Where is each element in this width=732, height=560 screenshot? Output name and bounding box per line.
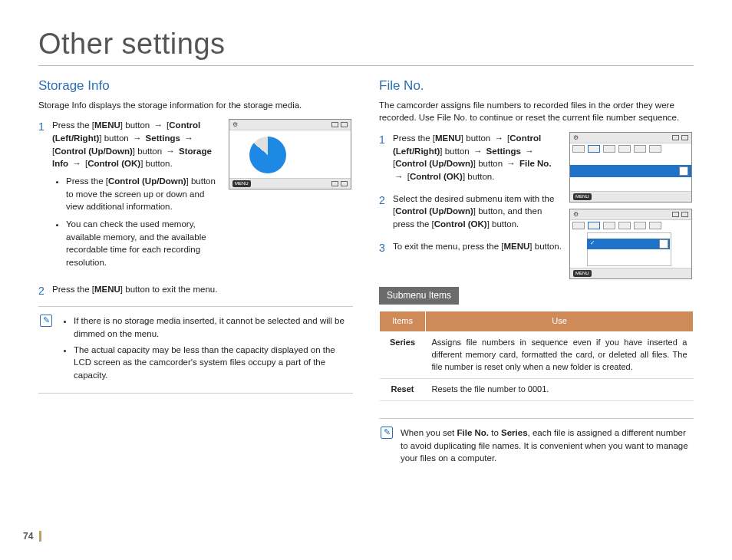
arrow-icon: → bbox=[152, 120, 164, 130]
menu-badge: MENU bbox=[232, 180, 251, 187]
storage-step-2: Press the [MENU] button to exit the menu… bbox=[38, 283, 353, 296]
lcd-screenshot-fileno-1: ⚙ MENU bbox=[569, 132, 692, 203]
fileno-note: ✎ When you set File No. to Series, each … bbox=[379, 418, 694, 469]
page-number: 74 bbox=[23, 531, 41, 542]
section-heading-file-no: File No. bbox=[379, 77, 694, 96]
storage-step-1: Press the [MENU] button → [Control (Left… bbox=[38, 119, 353, 273]
submenu-items-table: Items Use Series Assigns file numbers in… bbox=[379, 311, 694, 401]
fileno-step-3: To exit the menu, press the [MENU] butto… bbox=[379, 240, 562, 253]
left-column: Storage Info Storage Info displays the s… bbox=[38, 77, 353, 469]
lcd-screenshot-storage: ⚙ MENU bbox=[229, 119, 351, 189]
fileno-step-1: Press the [MENU] button → [Control (Left… bbox=[379, 132, 562, 183]
submenu-items-heading: Submenu Items bbox=[379, 287, 459, 305]
col-use: Use bbox=[426, 311, 694, 332]
col-items: Items bbox=[380, 311, 426, 332]
note-icon: ✎ bbox=[381, 427, 393, 439]
note-icon: ✎ bbox=[40, 315, 52, 327]
table-row: Series Assigns file numbers in sequence … bbox=[380, 332, 694, 379]
horizontal-rule bbox=[38, 65, 694, 66]
fileno-intro: The camcorder assigns file numbers to re… bbox=[379, 99, 694, 124]
storage-note: ✎ If there is no storage media inserted,… bbox=[38, 306, 353, 393]
page-title: Other settings bbox=[38, 28, 694, 61]
lcd-screenshot-fileno-2: ⚙ ✓ MENU bbox=[569, 209, 692, 279]
fileno-step-2: Select the desired submenu item with the… bbox=[379, 193, 562, 231]
gear-icon: ⚙ bbox=[232, 120, 238, 130]
table-row: Reset Resets the file number to 0001. bbox=[380, 379, 694, 401]
storage-intro: Storage Info displays the storage inform… bbox=[38, 99, 353, 112]
right-column: File No. The camcorder assigns file numb… bbox=[379, 77, 694, 469]
section-heading-storage-info: Storage Info bbox=[38, 77, 353, 96]
pie-chart-icon bbox=[249, 137, 286, 173]
